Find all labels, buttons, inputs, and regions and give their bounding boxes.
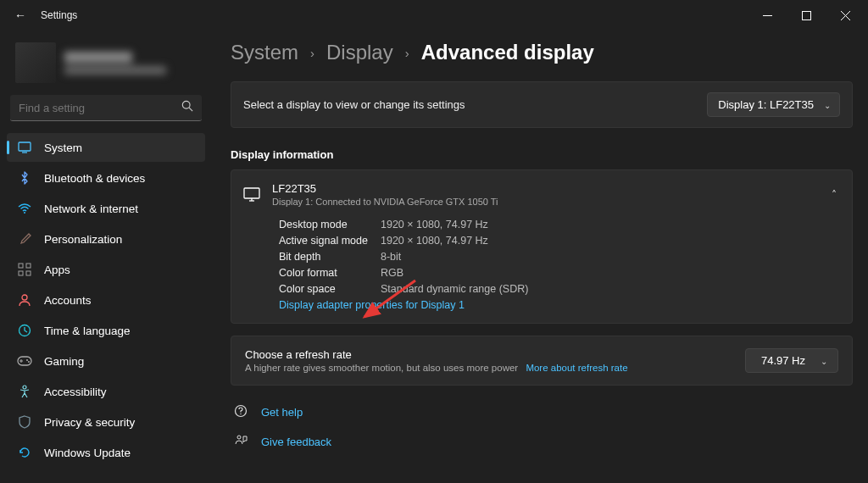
shield-icon: [17, 414, 32, 430]
nav-label: Time & language: [44, 325, 131, 337]
refresh-more-link[interactable]: More about refresh rate: [526, 363, 627, 373]
chevron-down-icon: ⌄: [824, 100, 831, 109]
back-button[interactable]: ←: [3, 8, 37, 22]
svg-rect-11: [19, 271, 23, 275]
svg-point-19: [28, 361, 30, 363]
title-bar: ← Settings: [0, 0, 868, 31]
nav-label: Windows Update: [44, 447, 131, 459]
svg-line-5: [189, 108, 192, 111]
display-selector-row: Select a display to view or change its s…: [231, 81, 853, 128]
nav-bluetooth[interactable]: Bluetooth & devices: [7, 164, 205, 192]
info-row: Color spaceStandard dynamic range (SDR): [279, 283, 837, 295]
nav-label: Privacy & security: [44, 416, 135, 429]
nav-accessibility[interactable]: Accessibility: [7, 377, 205, 406]
avatar: [15, 42, 56, 83]
update-icon: [17, 445, 32, 460]
feedback-link[interactable]: Give feedback: [231, 427, 853, 457]
accounts-icon: [17, 292, 32, 308]
main-content: System › Display › Advanced display Sele…: [212, 31, 868, 483]
breadcrumb-current: Advanced display: [421, 41, 594, 64]
breadcrumb-system[interactable]: System: [231, 41, 298, 64]
user-profile[interactable]: [7, 37, 205, 95]
nav-update[interactable]: Windows Update: [7, 438, 205, 467]
monitor-name: LF22T35: [272, 182, 498, 195]
brush-icon: [17, 231, 32, 247]
accessibility-icon: [17, 384, 32, 399]
svg-rect-9: [19, 264, 23, 268]
nav-network[interactable]: Network & internet: [7, 194, 205, 223]
get-help-link[interactable]: Get help: [231, 397, 853, 427]
close-button[interactable]: [826, 0, 865, 31]
svg-point-26: [237, 436, 241, 439]
svg-rect-6: [19, 142, 31, 151]
svg-point-4: [182, 101, 190, 108]
gaming-icon: [17, 353, 32, 369]
chevron-right-icon: ›: [405, 46, 409, 60]
search-icon: [181, 100, 193, 115]
refresh-dropdown-value: 74.97 Hz: [761, 354, 805, 367]
sidebar: System Bluetooth & devices Network & int…: [0, 31, 212, 483]
refresh-dropdown[interactable]: 74.97 Hz ⌄: [745, 348, 838, 373]
info-row: Desktop mode1920 × 1080, 74.97 Hz: [279, 219, 837, 230]
svg-point-25: [240, 414, 241, 414]
user-name: [64, 52, 132, 63]
clock-icon: [17, 323, 32, 338]
feedback-icon: [234, 434, 249, 450]
nav-system[interactable]: System: [7, 133, 205, 162]
nav-label: System: [44, 142, 82, 154]
adapter-properties-link[interactable]: Display adapter properties for Display 1: [279, 299, 837, 311]
display-info-header[interactable]: LF22T35 Display 1: Connected to NVIDIA G…: [231, 170, 852, 219]
display-info-body: Desktop mode1920 × 1080, 74.97 Hz Active…: [231, 219, 852, 323]
display-selector-label: Select a display to view or change its s…: [243, 98, 465, 111]
nav-apps[interactable]: Apps: [7, 255, 205, 284]
chevron-right-icon: ›: [310, 46, 314, 60]
svg-point-13: [22, 295, 27, 300]
svg-point-18: [26, 359, 28, 361]
nav-label: Accounts: [44, 294, 92, 307]
svg-rect-10: [26, 264, 31, 268]
search-input[interactable]: [19, 102, 181, 114]
nav-label: Bluetooth & devices: [44, 172, 145, 185]
nav-gaming[interactable]: Gaming: [7, 347, 205, 375]
monitor-icon: [243, 187, 260, 203]
search-box[interactable]: [10, 95, 202, 121]
get-help-label: Get help: [261, 406, 303, 419]
svg-point-20: [23, 386, 26, 389]
svg-rect-12: [26, 271, 31, 275]
nav-time[interactable]: Time & language: [7, 316, 205, 345]
chevron-up-icon: ˄: [832, 189, 837, 201]
help-icon: [234, 404, 249, 420]
apps-icon: [17, 262, 32, 277]
svg-rect-1: [802, 11, 810, 19]
chevron-down-icon: ⌄: [821, 356, 827, 365]
bluetooth-icon: [17, 170, 32, 186]
feedback-label: Give feedback: [261, 436, 331, 448]
nav-label: Personalization: [44, 233, 122, 246]
nav-label: Apps: [44, 264, 70, 276]
info-row: Color formatRGB: [279, 267, 837, 279]
nav-privacy[interactable]: Privacy & security: [7, 408, 205, 436]
breadcrumb: System › Display › Advanced display: [231, 41, 853, 64]
display-dropdown-value: Display 1: LF22T35: [718, 98, 814, 111]
svg-rect-21: [244, 188, 259, 198]
info-row: Bit depth8-bit: [279, 251, 837, 263]
maximize-button[interactable]: [787, 0, 826, 31]
section-title: Display information: [231, 148, 853, 161]
monitor-sub: Display 1: Connected to NVIDIA GeForce G…: [272, 197, 498, 207]
info-row: Active signal mode1920 × 1080, 74.97 Hz: [279, 235, 837, 247]
minimize-button[interactable]: [748, 0, 787, 31]
nav-personalization[interactable]: Personalization: [7, 225, 205, 253]
display-info-card: LF22T35 Display 1: Connected to NVIDIA G…: [231, 169, 853, 324]
display-dropdown[interactable]: Display 1: LF22T35 ⌄: [707, 92, 840, 117]
nav-label: Network & internet: [44, 203, 138, 215]
breadcrumb-display[interactable]: Display: [326, 41, 393, 64]
refresh-title: Choose a refresh rate: [245, 348, 735, 361]
user-email: [64, 66, 166, 75]
refresh-sub: A higher rate gives smoother motion, but…: [245, 363, 518, 373]
nav-label: Gaming: [44, 355, 84, 368]
svg-point-8: [24, 212, 25, 214]
refresh-rate-card: Choose a refresh rate A higher rate give…: [231, 336, 853, 386]
nav-accounts[interactable]: Accounts: [7, 286, 205, 314]
window-title: Settings: [41, 9, 77, 21]
wifi-icon: [17, 201, 32, 216]
